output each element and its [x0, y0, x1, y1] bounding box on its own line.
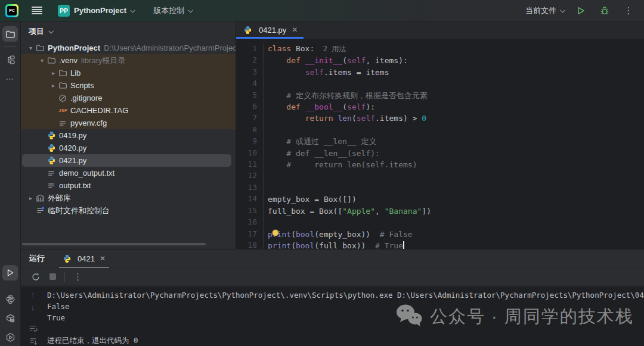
soft-wrap-icon[interactable]: [27, 324, 38, 333]
project-tree-row[interactable]: pyvenv.cfg: [21, 117, 236, 129]
code-line: self.items = items: [268, 67, 431, 78]
project-tree-row[interactable]: 临时文件和控制台: [21, 204, 236, 217]
line-number: 6: [236, 101, 257, 112]
library-icon: [36, 194, 47, 202]
code-editor[interactable]: 123456789101112131415161718 class Box: 2…: [236, 39, 644, 249]
project-tree-row[interactable]: ▸Scripts: [21, 79, 236, 92]
code-line: [268, 78, 431, 89]
line-number: 13: [236, 182, 257, 193]
chevron-down-icon: [188, 8, 193, 13]
project-tool-icon[interactable]: [2, 26, 18, 42]
chevron-down-icon[interactable]: ▾: [26, 45, 36, 51]
run-tab-0421[interactable]: 0421 ✕: [59, 250, 109, 268]
vcs-widget[interactable]: 版本控制: [153, 5, 192, 16]
main-menu-icon[interactable]: [32, 7, 42, 14]
code-line: # def __len__(self):: [268, 148, 431, 159]
structure-icon[interactable]: [2, 52, 18, 67]
more-tools-icon[interactable]: ⋯: [2, 71, 18, 86]
code-line: # 或通过 __len__ 定义: [268, 136, 431, 147]
run-configuration-selector[interactable]: 当前文件: [525, 5, 564, 16]
project-tree-row[interactable]: .gitignore: [21, 92, 236, 104]
ignore-file-icon: [58, 94, 70, 102]
code-line: full_box = Box(["Apple", "Banana"]): [268, 205, 431, 217]
tool-window-bar: ⋯: [0, 21, 21, 346]
line-number: 8: [236, 124, 257, 135]
debug-icon[interactable]: [597, 4, 612, 18]
project-tree-row[interactable]: demo_output.txt: [21, 167, 236, 179]
code-line: # 定义布尔转换规则，根据是否包含元素: [268, 90, 431, 101]
tree-item-suffix: library根目录: [81, 55, 125, 66]
chevron-down-icon[interactable]: ▾: [37, 57, 47, 64]
chevron-right-icon[interactable]: ▸: [26, 195, 36, 201]
code-line: empty_box = Box([]): [268, 194, 431, 205]
vcs-label: 版本控制: [153, 5, 184, 16]
chevron-down-icon: [560, 8, 565, 13]
project-tree-row[interactable]: ▾PythonProjectD:\Users\Administrator\Pyc…: [21, 42, 236, 54]
tree-item-label: .gitignore: [70, 93, 102, 102]
code-line: return len(self.items) > 0: [268, 113, 431, 124]
editor-tab-0421[interactable]: 0421.py ✕: [236, 21, 304, 39]
line-number: 10: [236, 147, 257, 158]
python-file-icon: [243, 26, 255, 35]
line-number: 12: [236, 170, 257, 181]
tree-item-label: 0421.py: [59, 156, 86, 165]
line-number: 2: [236, 54, 257, 66]
toolbar-separator: [64, 272, 65, 282]
folder-icon: [47, 56, 58, 65]
text-file-icon: [47, 182, 58, 190]
arrow-up-icon[interactable]: ↑: [27, 290, 38, 300]
console-line: [47, 323, 644, 335]
tree-item-label: Lib: [70, 68, 80, 77]
python-file-icon: [63, 254, 74, 263]
console-line: False: [47, 301, 644, 312]
stop-icon[interactable]: [49, 273, 56, 280]
project-tree-row[interactable]: output.txt: [21, 179, 236, 192]
line-number: 4: [236, 77, 257, 89]
editor-tab-bar: 0421.py ✕: [236, 21, 644, 39]
tree-item-label: 临时文件和控制台: [48, 205, 110, 216]
arrow-down-icon[interactable]: ↓: [27, 303, 38, 313]
project-tree-row[interactable]: 0420.py: [21, 142, 236, 154]
close-icon[interactable]: ✕: [100, 254, 106, 263]
console-wrapper: ↑ ↓ D:\Users\Administrator\PycharmProjec…: [21, 286, 644, 346]
run-toolbar: ⋮: [21, 268, 644, 286]
python-console-icon[interactable]: [2, 291, 18, 307]
project-tree-row[interactable]: JSPCACHEDIR.TAG: [21, 104, 236, 117]
run-icon[interactable]: [574, 4, 588, 18]
intention-bulb-icon[interactable]: [273, 230, 278, 236]
project-switcher[interactable]: PP PythonProject: [54, 3, 138, 18]
project-panel: 项目 ▾PythonProjectD:\Users\Administrator\…: [21, 21, 236, 249]
services-icon[interactable]: [2, 329, 18, 345]
pycharm-logo-icon[interactable]: PC: [5, 4, 18, 17]
code-line: [268, 182, 431, 194]
rerun-icon[interactable]: [30, 272, 41, 282]
line-number: 5: [236, 89, 257, 101]
project-tree-row[interactable]: ▸Lib: [21, 67, 236, 79]
run-tab-label: 0421: [78, 254, 95, 263]
run-tool-icon[interactable]: [2, 265, 18, 280]
project-tree-row[interactable]: 0419.py: [21, 129, 236, 142]
horizontal-scrollbar[interactable]: [22, 243, 206, 245]
folder-icon: [58, 68, 70, 77]
chevron-right-icon[interactable]: ▸: [48, 70, 58, 76]
console-output[interactable]: D:\Users\Administrator\PycharmProjects\P…: [45, 286, 644, 346]
tree-item-label: 外部库: [48, 193, 71, 204]
code-line: def __init__(self, items):: [268, 55, 431, 66]
project-panel-header[interactable]: 项目: [21, 21, 236, 42]
tree-item-label: Scripts: [70, 81, 94, 90]
project-tree-row[interactable]: 0421.py: [21, 154, 236, 167]
kebab-menu-icon[interactable]: ⋮: [621, 4, 636, 18]
chevron-right-icon[interactable]: ▸: [48, 82, 58, 89]
line-number: 16: [236, 216, 257, 227]
editor-area: 0421.py ✕ 123456789101112131415161718 cl…: [236, 21, 644, 249]
project-tree-row[interactable]: ▸外部库: [21, 192, 236, 204]
kebab-menu-icon[interactable]: ⋮: [73, 272, 82, 282]
packages-icon[interactable]: [2, 310, 18, 326]
project-name: PythonProject: [74, 6, 126, 15]
scroll-end-icon[interactable]: [27, 336, 38, 346]
line-number: 3: [236, 66, 257, 77]
code-line: print(bool(full_box)) # True: [268, 240, 431, 249]
project-tree-row[interactable]: ▾.venvlibrary根目录: [21, 54, 236, 67]
python-file-icon: [47, 131, 58, 140]
close-icon[interactable]: ✕: [292, 26, 298, 34]
